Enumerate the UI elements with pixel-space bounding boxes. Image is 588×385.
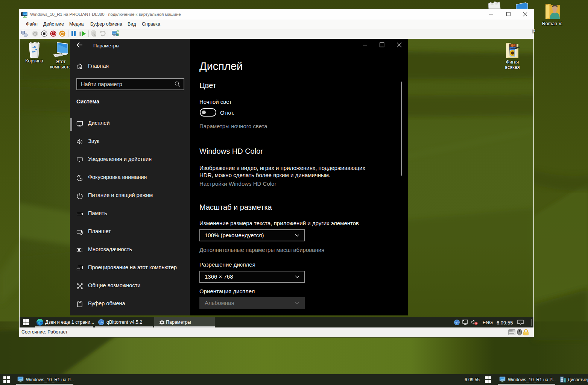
svg-text:qb: qb [456,321,459,324]
svg-text:qb: qb [100,321,103,324]
